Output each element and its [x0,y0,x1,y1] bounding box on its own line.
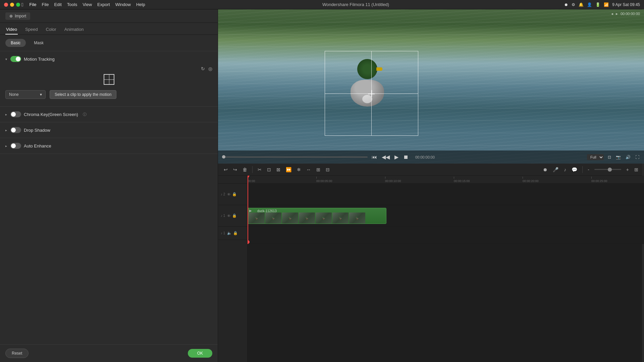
ruler-mark-10: 00:00:10:00 [385,179,401,183]
auto-enhance-toggle[interactable] [10,143,21,149]
reset-button[interactable]: Reset [5,349,29,358]
refresh-tracking-button[interactable]: ↻ [201,66,205,71]
drop-shadow-toggle[interactable] [10,127,21,133]
undo-button[interactable]: ↩ [222,166,229,174]
tab-color[interactable]: Color [45,25,57,35]
motion-tracking-content: ↻ ◎ None ▾ Select a clip to apply the mo… [5,62,212,102]
right-panel: ◂ ▸ 00:00:00:00 ⏮ ◀◀ ▶ ⏹ 00:00:00:00 Ful… [218,9,644,362]
eye-tracking-button[interactable]: ◎ [208,66,212,71]
volume-button[interactable]: 🔊 [625,154,631,160]
user-icon: 👤 [587,2,592,7]
fullscreen-button[interactable]: ⛶ [635,154,640,160]
menu-edit[interactable]: Edit [52,1,63,8]
menu-export[interactable]: Export [95,1,112,8]
step-back-button[interactable]: ◀◀ [381,153,390,161]
sub-tab-basic[interactable]: Basic [5,39,26,47]
clip-thumb-5: 🦆 [316,213,332,224]
auto-enhance-toggle-knob [11,143,16,148]
motion-button[interactable]: ⊞ [315,166,322,174]
panel-footer: Reset OK [0,344,218,362]
settings-icon: ⚙ [572,2,575,7]
audio-1-number: ♪ 1 [221,231,225,235]
zoom-fit-button[interactable]: ⊞ [633,166,640,174]
clip-thumb-2: 🦆 [265,213,281,224]
menu-help[interactable]: Help [134,1,147,8]
split-button[interactable]: ⊠ [275,166,282,174]
drop-shadow-header[interactable]: ▸ Drop Shadow [5,127,212,133]
speed-button[interactable]: ⏩ [284,166,293,174]
track-content[interactable]: 00:00 00:00:05:00 00:00:10:00 00:00:15:0… [248,176,644,362]
transform-button[interactable]: ↔ [305,166,313,174]
motion-tracking-header[interactable]: ▾ Motion Tracking [5,56,212,62]
auto-enhance-header[interactable]: ▸ Auto Enhance [5,143,212,149]
left-panel: ⊕ Import Video Speed Color Animation Bas… [0,9,218,362]
motion-target-dropdown[interactable]: None ▾ [5,90,46,99]
menu-window[interactable]: Window [113,1,133,8]
tracks-wrapper: 00:00 00:00:05:00 00:00:10:00 00:00:15:0… [248,176,644,244]
track-label-2: ♪ 2 👁 🔒 [218,184,247,205]
zoom-in-button[interactable]: + [625,166,631,174]
ok-button[interactable]: OK [188,349,212,358]
menu-view[interactable]: View [80,1,94,8]
zoom-out-button[interactable]: - [586,166,591,174]
track-1-lock-button[interactable]: 🔒 [232,214,237,218]
audio-button[interactable]: ♪ [562,166,568,174]
minimize-button[interactable] [10,3,14,7]
rewind-button[interactable]: ⏮ [371,154,378,161]
menubar:  File File Edit Tools View Export Windo… [0,0,644,9]
group-button[interactable]: ⊟ [324,166,331,174]
maximize-button[interactable] [16,3,20,7]
import-label: Import [15,14,26,18]
next-frame-button[interactable]: ▸ [616,11,618,16]
close-button[interactable] [4,3,8,7]
delete-button[interactable]: 🗑 [241,166,249,174]
playhead-base [248,240,250,244]
tab-animation[interactable]: Animation [64,25,85,35]
motion-tracking-title: Motion Tracking [24,57,55,62]
ruler-mark-20: 00:00:20:00 [523,179,539,183]
chroma-key-toggle[interactable] [10,111,21,117]
motion-tracking-toggle[interactable] [10,56,21,62]
menu-wondershare[interactable]: File [27,1,38,8]
play-pause-button[interactable]: ▶ [394,153,399,161]
menu-file[interactable]: File [40,1,51,8]
redo-button[interactable]: ↪ [231,166,239,174]
stop-button[interactable]: ⏹ [402,154,409,161]
clip-name: duck-112613 [257,209,277,213]
preview-nav: ◂ ▸ 00:00:00:00 [607,9,644,18]
thumb-icon-7: 🦆 [356,217,359,220]
apply-motion-button[interactable]: Select a clip to apply the motion [50,90,116,99]
motion-controls: None ▾ Select a clip to apply the motion [5,90,212,99]
screenshot-button[interactable]: 📷 [615,154,622,160]
audio-1-lock-button[interactable]: 🔒 [233,231,238,235]
chroma-key-header[interactable]: ▸ Chroma Key(Green Screen) ⓘ [5,111,212,117]
chroma-key-title: Chroma Key(Green Screen) [24,112,78,117]
audio-1-speaker-button[interactable]: 🔈 [227,231,232,235]
sub-tab-mask[interactable]: Mask [29,39,49,47]
record-button[interactable]: ⏺ [541,166,549,174]
toolbar-separator-2 [582,166,583,173]
traffic-lights [4,3,20,7]
track-2-lock-button[interactable]: 🔒 [232,192,237,196]
properties-panel: Basic Mask ▾ Motion Tracking ↻ ◎ [0,35,218,344]
freeze-button[interactable]: ❄ [295,166,303,174]
menu-tools[interactable]: Tools [65,1,79,8]
clip-thumb-1: 🦆 [249,213,265,224]
mic-button[interactable]: 🎤 [551,166,560,174]
track-2-eye-button[interactable]: 👁 [227,192,231,196]
crop-button[interactable]: ⊡ [265,166,273,174]
tab-speed[interactable]: Speed [24,25,39,35]
video-clip[interactable]: ▶ duck-112613 🦆 🦆 🦆 🦆 🦆 🦆 🦆 [248,208,386,224]
wifi-icon: 📶 [604,2,609,7]
import-button[interactable]: ⊕ Import [5,12,30,20]
cut-button[interactable]: ✂ [256,166,263,174]
playback-slider[interactable] [222,157,368,158]
fit-screen-button[interactable]: ⊡ [607,154,612,160]
zoom-slider[interactable] [594,169,621,170]
thumb-icon-5: 🦆 [322,217,325,220]
caption-button[interactable]: 💬 [570,166,579,174]
tab-video[interactable]: Video [5,25,18,35]
track-1-eye-button[interactable]: 👁 [227,214,231,218]
quality-select[interactable]: Full [587,154,604,160]
prev-frame-button[interactable]: ◂ [611,11,613,16]
